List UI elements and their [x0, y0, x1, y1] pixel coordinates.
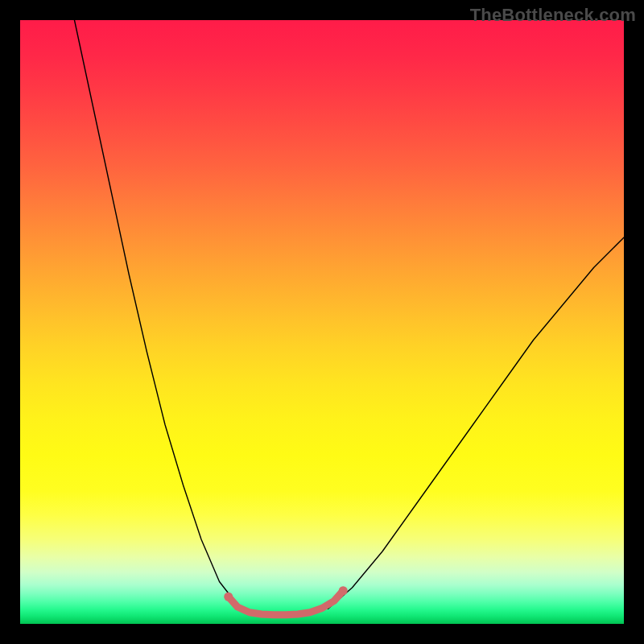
series-curve-left	[75, 20, 241, 609]
plot-area	[20, 20, 624, 624]
series-curve-right	[328, 237, 625, 609]
series-valley-floor-highlight	[229, 591, 344, 615]
highlight-end-dot	[339, 586, 348, 595]
chart-frame: TheBottleneck.com	[0, 0, 644, 644]
highlight-end-dot	[224, 592, 233, 601]
watermark-text: TheBottleneck.com	[470, 5, 636, 26]
chart-curve-layer	[20, 20, 624, 624]
